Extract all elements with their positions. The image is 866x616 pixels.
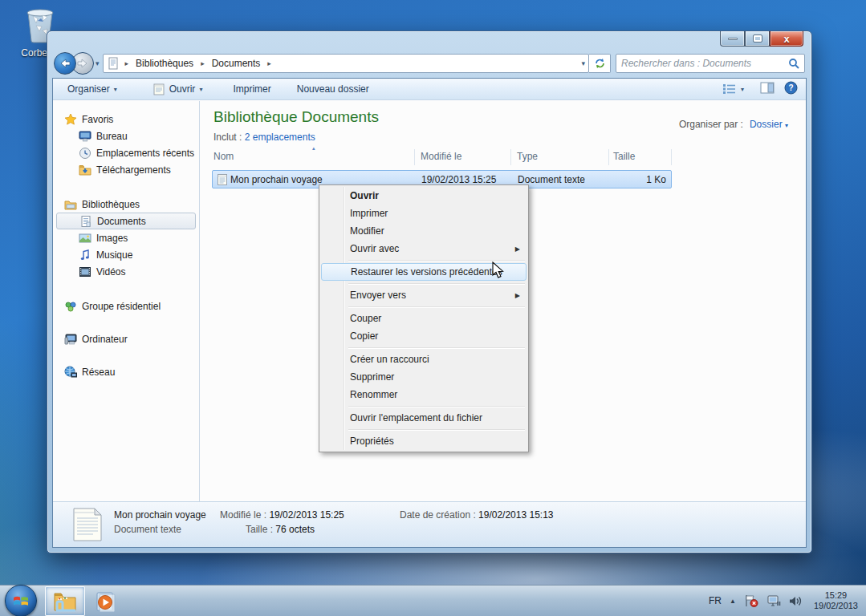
menu-item-label: Imprimer (350, 208, 388, 219)
sidebar-group-computer[interactable]: Ordinateur (53, 330, 199, 347)
menu-item-imprimer[interactable]: Imprimer (321, 205, 527, 222)
action-center-flag-icon[interactable] (744, 594, 758, 607)
preview-pane-button[interactable] (760, 82, 775, 96)
sidebar-item-images[interactable]: Images (53, 229, 199, 246)
sidebar-group-libraries[interactable]: Bibliothèques (53, 196, 199, 213)
help-icon: ? (784, 81, 798, 95)
computer-icon (64, 333, 77, 346)
file-modified: 19/02/2013 15:25 (421, 174, 496, 185)
network-status-icon[interactable] (766, 595, 781, 607)
arrange-by[interactable]: Organiser par :Dossier ▾ (679, 119, 788, 130)
sidebar-item-documents[interactable]: Documents (56, 213, 196, 229)
search-input[interactable]: Rechercher dans : Documents (616, 54, 805, 73)
media-player-icon (94, 590, 116, 613)
details-created: Date de création : 19/02/2013 15:13 (400, 509, 554, 521)
sidebar-group-favorites[interactable]: Favoris (53, 111, 199, 128)
open-button[interactable]: Ouvrir ▾ (146, 80, 209, 98)
submenu-arrow-icon: ▶ (515, 245, 520, 253)
open-label: Ouvrir (169, 83, 196, 95)
back-arrow-icon (59, 59, 71, 68)
search-placeholder: Rechercher dans : Documents (621, 58, 788, 69)
maximize-button[interactable] (745, 31, 770, 47)
sidebar-item-telechargements[interactable]: Téléchargements (53, 161, 199, 178)
print-button[interactable]: Imprimer (226, 81, 277, 97)
tray-expand-icon[interactable]: ▲ (730, 598, 736, 605)
file-name: Mon prochain voyage (230, 174, 323, 185)
column-header-size[interactable]: Taille (613, 151, 635, 162)
taskbar-media-player-button[interactable] (85, 586, 125, 616)
nav-history-dropdown[interactable]: ▾ (96, 59, 100, 67)
menu-item-ouvrir[interactable]: Ouvrir (321, 187, 527, 205)
menu-item-copier[interactable]: Copier (321, 327, 527, 345)
chevron-down-icon: ▾ (785, 122, 788, 129)
includes-locations-link[interactable]: 2 emplacements (245, 132, 315, 143)
menu-item-modifier[interactable]: Modifier (321, 222, 527, 240)
sidebar-item-label: Bureau (96, 131, 128, 142)
close-button[interactable]: x (770, 31, 803, 47)
details-created-label: Date de création : (400, 509, 476, 521)
details-modified-value: 19/02/2013 15:25 (269, 509, 344, 521)
sidebar-item-label: Documents (97, 216, 146, 227)
menu-item-ouvrir-avec[interactable]: Ouvrir avec▶ (321, 240, 527, 257)
menu-item-creer-raccourci[interactable]: Créer un raccourci (321, 351, 527, 368)
column-header-row: ▴ Nom Modifié le Type Taille (200, 148, 806, 167)
language-indicator[interactable]: FR (709, 595, 722, 606)
menu-item-proprietes[interactable]: Propriétés (321, 432, 527, 450)
sidebar-item-label: Musique (96, 249, 132, 261)
start-button[interactable] (5, 585, 37, 616)
sidebar-item-bureau[interactable]: Bureau (53, 128, 199, 144)
new-folder-button[interactable]: Nouveau dossier (291, 81, 376, 97)
sidebar-group-network[interactable]: Réseau (53, 363, 199, 380)
organize-button[interactable]: Organiser ▾ (61, 81, 124, 97)
refresh-icon (594, 58, 606, 69)
menu-item-couper[interactable]: Couper (321, 310, 527, 327)
search-icon[interactable] (788, 58, 799, 69)
sidebar-item-musique[interactable]: Musique (53, 246, 199, 263)
library-includes: Inclut : 2 emplacements (213, 132, 315, 143)
document-icon (79, 215, 92, 228)
menu-item-supprimer[interactable]: Supprimer (321, 368, 527, 386)
back-button[interactable] (54, 52, 76, 75)
libraries-folder-icon (64, 198, 77, 211)
svg-text:?: ? (788, 83, 793, 92)
breadcrumb-separator-icon: ▸ (121, 59, 133, 67)
sidebar-group-homegroup[interactable]: Groupe résidentiel (53, 298, 199, 314)
menu-item-renommer[interactable]: Renommer (321, 386, 527, 403)
title-bar[interactable]: x (47, 31, 811, 51)
chevron-down-icon: ▾ (199, 86, 202, 93)
minimize-icon (728, 38, 738, 40)
breadcrumb-documents[interactable]: Documents (210, 57, 262, 70)
menu-item-envoyer-vers[interactable]: Envoyer vers▶ (321, 286, 527, 304)
taskbar-clock[interactable]: 15:29 19/02/2013 (811, 590, 858, 611)
details-file-type: Document texte (114, 524, 181, 535)
refresh-button[interactable] (589, 54, 611, 73)
menu-item-label: Modifier (350, 225, 384, 237)
organize-label: Organiser (67, 83, 110, 95)
sidebar-group-label: Ordinateur (82, 334, 128, 345)
sidebar-item-emplacements-recents[interactable]: Emplacements récents (53, 144, 199, 161)
breadcrumb-libraries[interactable]: Bibliothèques (134, 57, 195, 70)
taskbar-explorer-button[interactable] (45, 586, 85, 616)
menu-separator (348, 429, 525, 430)
minimize-button[interactable] (720, 31, 745, 47)
sidebar-item-videos[interactable]: Vidéos (53, 263, 199, 280)
address-breadcrumb[interactable]: ▸ Bibliothèques ▸ Documents ▸ ▾ (103, 54, 589, 73)
volume-icon[interactable] (789, 595, 803, 607)
breadcrumb-separator-icon: ▸ (197, 59, 209, 67)
notepad-icon (152, 83, 165, 95)
column-header-type[interactable]: Type (517, 151, 538, 162)
details-size-value: 76 octets (275, 524, 315, 535)
details-file-name: Mon prochain voyage (114, 509, 206, 521)
sidebar-group-label: Bibliothèques (82, 199, 140, 210)
column-header-modified[interactable]: Modifié le (421, 151, 461, 162)
sidebar-group-label: Groupe résidentiel (82, 301, 161, 312)
sidebar-group-label: Favoris (82, 114, 113, 125)
menu-item-label: Ouvrir avec (350, 243, 399, 254)
downloads-icon (79, 164, 91, 176)
change-view-button[interactable]: ▾ (716, 81, 750, 97)
help-button[interactable]: ? (784, 81, 798, 97)
column-header-name[interactable]: Nom (213, 151, 234, 162)
menu-item-ouvrir-emplacement[interactable]: Ouvrir l'emplacement du fichier (321, 409, 527, 427)
address-dropdown-icon[interactable]: ▾ (581, 59, 585, 67)
close-icon: x (783, 34, 789, 44)
